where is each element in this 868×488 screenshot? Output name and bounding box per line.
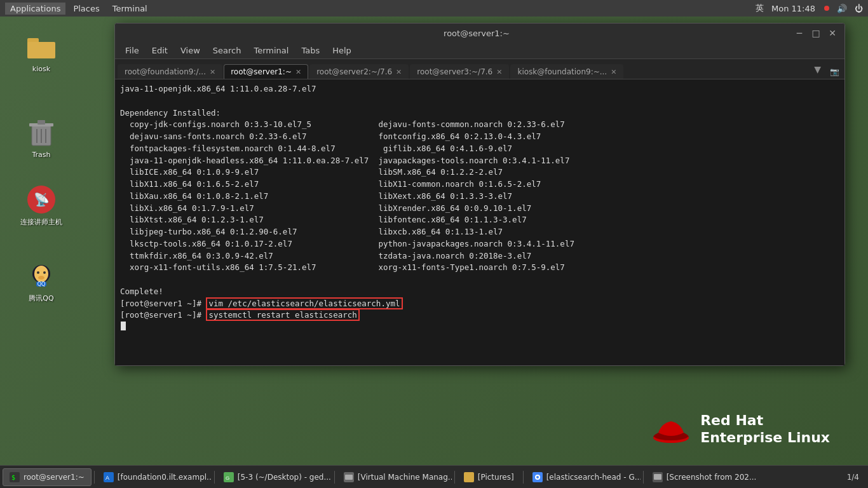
taskbar-screenshot-label: [Screenshot from 202... [667,473,757,482]
taskbar-item-foundation[interactable]: A [foundation0.ilt.exampl... [97,468,212,486]
topbar: Applications Places Terminal 英 Mon 11:48… [0,0,868,17]
desktop-icon-connect[interactable]: 📡 连接讲师主机 [16,182,67,229]
menu-view[interactable]: View [175,44,205,57]
svg-rect-2 [27,42,55,58]
taskbar-sep-4 [454,471,455,484]
tab-server1-close[interactable]: ✕ [295,68,301,76]
term-line-libx11: libX11.x86_64 0:1.6.5-2.el7 libX11-commo… [120,179,839,191]
minimize-button[interactable]: ─ [794,28,805,38]
maximize-button[interactable]: □ [810,28,822,38]
term-line-lksctp: lksctp-tools.x86_64 0:1.0.17-2.el7 pytho… [120,238,839,250]
term-line-xorg: xorg-x11-font-utils.x86_64 1:7.5-21.el7 … [120,262,839,274]
desktop-icon-qq[interactable]: QQ 腾讯QQ [16,258,67,306]
desktop: kiosk i [0,17,868,471]
taskbar-terminal-icon: $ [10,472,20,482]
term-cursor-line [120,322,839,330]
taskbar-sep-1 [94,471,95,484]
tab-server3[interactable]: root@server3:~/7.6 ✕ [410,64,509,79]
tab-server2-label: root@server2:~/7.6 [316,67,392,76]
taskbar: $ root@server1:~ A [foundation0.ilt.exam… [0,465,868,488]
trash-icon [26,118,57,148]
taskbar-item-vmm[interactable]: [Virtual Machine Manag... [337,468,452,486]
volume-icon[interactable]: 🔊 [837,4,847,13]
trash-label: Trash [32,151,50,159]
tab-screenshot-icon[interactable]: 📷 [827,65,842,79]
taskbar-foundation-icon: A [104,472,114,482]
topbar-right: 英 Mon 11:48 🔊 ⏻ [756,3,863,14]
svg-point-17 [37,271,39,274]
term-line-complete: Complete! [120,286,839,298]
taskbar-pictures-label: [Pictures] [478,473,514,482]
taskbar-item-screenshot[interactable]: [Screenshot from 202... [646,468,761,486]
term-line-copy: copy-jdk-configs.noarch 0:3.3-10.el7_5 d… [120,119,839,131]
menu-edit[interactable]: Edit [147,44,173,57]
language-indicator[interactable]: 英 [756,3,764,14]
svg-text:G: G [226,475,229,481]
taskbar-elastic-label: [elasticsearch-head - G... [546,473,641,482]
clock: Mon 11:48 [771,4,815,13]
places-menu[interactable]: Places [68,3,104,15]
tab-scroll-button[interactable]: ▼ [810,62,825,77]
connect-icon: 📡 [26,184,57,215]
redhat-text: Red Hat Enterprise Linux [700,412,830,446]
tab-kiosk-label: kiosk@foundation9:~... [517,67,607,76]
term-line-libxau: libXau.x86_64 0:1.0.8-2.1.el7 libXext.x8… [120,191,839,203]
tab-server2[interactable]: root@server2:~/7.6 ✕ [309,64,409,79]
menu-tabs[interactable]: Tabs [296,44,325,57]
taskbar-vmm-label: [Virtual Machine Manag... [358,473,452,482]
svg-point-19 [38,276,44,280]
taskbar-item-ged[interactable]: G [5-3 (~/Desktop) - ged... [217,468,332,486]
power-icon[interactable]: ⏻ [855,4,863,13]
taskbar-ged-icon: G [224,472,234,482]
svg-point-16 [34,266,48,282]
tab-server3-close[interactable]: ✕ [496,68,502,76]
taskbar-sep-3 [334,471,335,484]
applications-menu[interactable]: Applications [5,3,65,15]
menu-terminal[interactable]: Terminal [248,44,294,57]
prompt-vim: [root@server1 ~]# [120,299,206,308]
tab-server1[interactable]: root@server1:~ ✕ [224,64,308,79]
notification-dot [824,6,829,11]
svg-text:$: $ [11,474,15,481]
terminal-controls: ─ □ ✕ [794,28,838,38]
taskbar-item-elastic[interactable]: [elasticsearch-head - G... [526,468,641,486]
menu-search[interactable]: Search [208,44,247,57]
terminal-title: root@server1:~ [159,29,794,38]
menu-help[interactable]: Help [327,44,356,57]
term-line-font: fontpackages-filesystem.noarch 0:1.44-8.… [120,143,839,155]
svg-text:QQ: QQ [37,281,46,287]
taskbar-item-terminal[interactable]: $ root@server1:~ [3,468,92,486]
tab-server2-close[interactable]: ✕ [396,68,402,76]
qq-label: 腾讯QQ [29,294,53,303]
svg-point-36 [536,476,539,478]
terminal-content[interactable]: java-11-openjdk.x86_64 1:11.0.ea.28-7.el… [115,79,844,365]
qq-icon: QQ [26,261,57,291]
connect-label: 连接讲师主机 [20,217,62,227]
term-line-1: java-11-openjdk.x86_64 1:11.0.ea.28-7.el… [120,83,839,95]
tab-kiosk-close[interactable]: ✕ [611,68,616,76]
taskbar-ged-label: [5-3 (~/Desktop) - ged... [238,473,331,482]
close-button[interactable]: ✕ [827,28,838,38]
tab-kiosk[interactable]: kiosk@foundation9:~... ✕ [510,64,623,79]
kiosk-label: kiosk [32,65,50,73]
taskbar-terminal-label: root@server1:~ [24,473,85,482]
tab-foundation9[interactable]: root@foundation9:/... ✕ [118,64,222,79]
term-line-blank2 [120,274,839,286]
desktop-icon-kiosk[interactable]: kiosk [16,29,67,76]
term-line-blank1 [120,95,839,107]
terminal-cursor [121,322,126,330]
taskbar-item-pictures[interactable]: [Pictures] [458,468,520,486]
svg-rect-9 [37,120,45,125]
desktop-icon-trash[interactable]: Trash [16,115,67,161]
terminal-menu[interactable]: Terminal [107,3,153,15]
term-line-ttmk: ttmkfdir.x86_64 0:3.0.9-42.el7 tzdata-ja… [120,250,839,262]
menu-file[interactable]: File [120,44,144,57]
term-line-vim-cmd: [root@server1 ~]# vim /etc/elasticsearch… [120,298,839,310]
terminal-tabs: root@foundation9:/... ✕ root@server1:~ ✕… [115,59,844,79]
term-line-dep: Dependency Installed: [120,107,839,119]
tab-foundation9-close[interactable]: ✕ [210,68,215,76]
term-line-libxi: libXi.x86_64 0:1.7.9-1.el7 libXrender.x8… [120,203,839,215]
svg-text:📡: 📡 [34,192,50,207]
prompt-systemctl: [root@server1 ~]# [120,310,206,320]
taskbar-screenshot-icon [653,472,663,482]
